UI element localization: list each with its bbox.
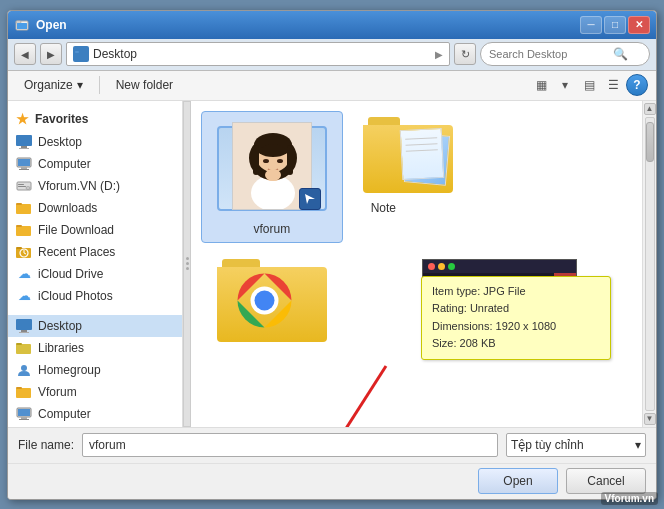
sidebar-item-downloads[interactable]: Downloads bbox=[8, 197, 182, 219]
svg-rect-9 bbox=[18, 159, 30, 166]
forward-button[interactable]: ▶ bbox=[40, 43, 62, 65]
svg-rect-15 bbox=[18, 186, 26, 187]
search-icon: 🔍 bbox=[613, 47, 628, 61]
close-button[interactable]: ✕ bbox=[628, 16, 650, 34]
sidebar-tree-computer[interactable]: Computer bbox=[8, 403, 182, 425]
downloads-folder-icon bbox=[16, 200, 32, 216]
favorites-section: ★ Favorites Desktop bbox=[8, 107, 182, 307]
homegroup-icon bbox=[16, 362, 32, 378]
sidebar-item-vforum[interactable]: Vforum.VN (D:) bbox=[8, 175, 182, 197]
cancel-button[interactable]: Cancel bbox=[566, 468, 646, 494]
right-scrollbar: ▲ ▼ bbox=[642, 101, 656, 427]
sidebar-tree-desktop[interactable]: Desktop bbox=[8, 315, 182, 337]
filename-bar: File name: Tệp tùy chỉnh ▾ bbox=[8, 427, 656, 463]
note-label: Note bbox=[371, 201, 396, 215]
address-dropdown-icon[interactable]: ▶ bbox=[435, 49, 443, 60]
note-thumbnail bbox=[363, 117, 453, 197]
tree-desktop-label: Desktop bbox=[38, 319, 82, 333]
filetype-label: Tệp tùy chỉnh bbox=[511, 438, 584, 452]
back-button[interactable]: ◀ bbox=[14, 43, 36, 65]
resize-handle[interactable] bbox=[183, 101, 191, 427]
window-title: Open bbox=[36, 18, 580, 32]
sidebar-tree-vforum[interactable]: Vforum bbox=[8, 381, 182, 403]
filetype-dropdown[interactable]: Tệp tùy chỉnh ▾ bbox=[506, 433, 646, 457]
svg-point-47 bbox=[277, 159, 283, 163]
sidebar: ★ Favorites Desktop bbox=[8, 101, 183, 427]
scrollbar-thumb[interactable] bbox=[646, 122, 654, 162]
desktop-label: Desktop bbox=[38, 135, 82, 149]
vforum-label: vforum bbox=[253, 222, 290, 236]
sidebar-tree-libraries[interactable]: Libraries bbox=[8, 337, 182, 359]
svg-rect-1 bbox=[16, 21, 21, 23]
maximize-button[interactable]: □ bbox=[604, 16, 626, 34]
filename-input[interactable] bbox=[82, 433, 498, 457]
scroll-up-button[interactable]: ▲ bbox=[644, 103, 656, 115]
minimize-button[interactable]: ─ bbox=[580, 16, 602, 34]
title-bar-icon bbox=[14, 17, 30, 33]
svg-rect-19 bbox=[16, 226, 31, 236]
open-button[interactable]: Open bbox=[478, 468, 558, 494]
chrome-thumbnail bbox=[217, 259, 327, 344]
drive-icon bbox=[16, 178, 32, 194]
navigation-bar: ◀ ▶ Desktop ▶ ↻ 🔍 bbox=[8, 39, 656, 71]
filename-label: File name: bbox=[18, 438, 74, 452]
computer-label: Computer bbox=[38, 157, 91, 171]
resize-dots bbox=[186, 257, 189, 270]
sidebar-item-computer[interactable]: Computer bbox=[8, 153, 182, 175]
action-bar: Open Cancel bbox=[8, 463, 656, 499]
file-grid: vforum bbox=[191, 101, 656, 427]
svg-point-48 bbox=[265, 169, 281, 181]
scrollbar-track[interactable] bbox=[645, 117, 655, 411]
star-icon: ★ bbox=[16, 111, 29, 127]
content-area: ★ Favorites Desktop bbox=[8, 101, 656, 427]
filetype-arrow-icon: ▾ bbox=[635, 438, 641, 452]
svg-point-46 bbox=[263, 159, 269, 163]
vforum-tree-icon bbox=[16, 384, 32, 400]
svg-point-52 bbox=[254, 290, 274, 310]
svg-rect-2 bbox=[17, 23, 27, 29]
svg-rect-5 bbox=[16, 135, 32, 146]
computer-tree-label: Computer bbox=[38, 407, 91, 421]
libraries-label: Libraries bbox=[38, 341, 84, 355]
view-list-button[interactable]: ☰ bbox=[602, 74, 624, 96]
libraries-icon bbox=[16, 340, 32, 356]
view-large-icons-button[interactable]: ▦ bbox=[530, 74, 552, 96]
refresh-button[interactable]: ↻ bbox=[454, 43, 476, 65]
organize-button[interactable]: Organize ▾ bbox=[16, 73, 91, 97]
new-folder-button[interactable]: New folder bbox=[108, 73, 181, 97]
svg-rect-37 bbox=[19, 419, 29, 420]
tooltip-dimensions: Dimensions: 1920 x 1080 bbox=[432, 318, 600, 336]
toolbar: Organize ▾ New folder ▦ ▾ ▤ ☰ ? bbox=[8, 71, 656, 101]
vforum-thumbnail bbox=[217, 118, 327, 218]
icloud-drive-icon: ☁ bbox=[16, 266, 32, 282]
file-download-folder-icon bbox=[16, 222, 32, 238]
help-button[interactable]: ? bbox=[626, 74, 648, 96]
sidebar-tree-homegroup[interactable]: Homegroup bbox=[8, 359, 182, 381]
sidebar-item-file-download[interactable]: File Download bbox=[8, 219, 182, 241]
svg-rect-7 bbox=[19, 148, 29, 149]
favorites-label: Favorites bbox=[35, 112, 88, 126]
file-vforum[interactable]: vforum bbox=[201, 111, 343, 243]
tooltip-size: Size: 208 KB bbox=[432, 335, 600, 353]
search-input[interactable] bbox=[489, 48, 609, 60]
address-bar[interactable]: Desktop ▶ bbox=[66, 42, 450, 66]
computer-icon bbox=[16, 156, 32, 172]
sidebar-item-desktop[interactable]: Desktop bbox=[8, 131, 182, 153]
svg-marker-49 bbox=[305, 194, 315, 204]
homegroup-label: Homegroup bbox=[38, 363, 101, 377]
sidebar-item-icloud-photos[interactable]: ☁ iCloud Photos bbox=[8, 285, 182, 307]
svg-rect-6 bbox=[21, 146, 27, 148]
view-details-button[interactable]: ▤ bbox=[578, 74, 600, 96]
watermark: Vforum.vn bbox=[601, 492, 658, 505]
scroll-down-button[interactable]: ▼ bbox=[644, 413, 656, 425]
icloud-drive-label: iCloud Drive bbox=[38, 267, 103, 281]
icloud-photos-icon: ☁ bbox=[16, 288, 32, 304]
view-dropdown-button[interactable]: ▾ bbox=[554, 74, 576, 96]
file-chrome[interactable] bbox=[201, 253, 343, 350]
sidebar-item-icloud-drive[interactable]: ☁ iCloud Drive bbox=[8, 263, 182, 285]
svg-rect-10 bbox=[21, 167, 27, 169]
title-bar: Open ─ □ ✕ bbox=[8, 11, 656, 39]
sidebar-item-recent[interactable]: Recent Places bbox=[8, 241, 182, 263]
toolbar-separator bbox=[99, 76, 100, 94]
file-note[interactable]: Note bbox=[353, 111, 495, 243]
